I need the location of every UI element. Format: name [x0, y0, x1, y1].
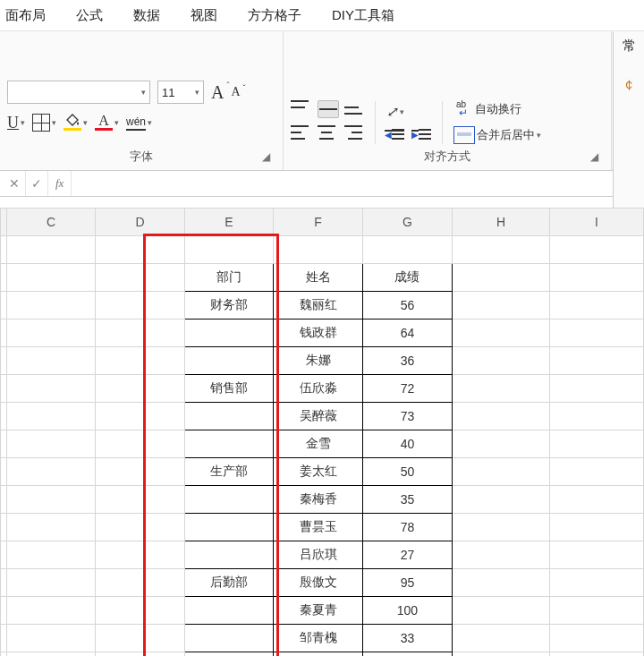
cell[interactable] — [96, 319, 184, 347]
menu-view[interactable]: 视图 — [191, 7, 217, 24]
row-stub[interactable] — [1, 458, 7, 486]
cell[interactable]: 35 — [362, 486, 452, 514]
cell[interactable]: 33 — [362, 625, 452, 652]
cell[interactable] — [549, 319, 643, 347]
cell[interactable] — [184, 403, 274, 430]
cell[interactable] — [6, 347, 95, 375]
row-stub[interactable] — [1, 264, 7, 292]
cell[interactable]: 成绩 — [362, 264, 452, 292]
borders-button[interactable]: ▾ — [32, 114, 56, 132]
cell[interactable] — [6, 625, 95, 652]
cell[interactable] — [6, 486, 95, 514]
cell[interactable] — [549, 375, 643, 403]
cell[interactable] — [184, 236, 274, 264]
wrap-text-button[interactable]: 自动换行 — [453, 101, 541, 117]
row-stub[interactable] — [1, 319, 7, 347]
column-header[interactable]: I — [549, 209, 643, 236]
align-center-icon[interactable] — [318, 125, 335, 140]
cell[interactable] — [452, 264, 549, 292]
cell[interactable] — [184, 541, 274, 569]
cell[interactable] — [549, 347, 643, 375]
cell[interactable] — [6, 514, 95, 541]
cell[interactable]: 曹昙玉 — [274, 514, 363, 541]
menu-data[interactable]: 数据 — [133, 7, 160, 24]
cell[interactable] — [96, 292, 184, 319]
cell[interactable]: 邹青槐 — [274, 625, 363, 652]
cell[interactable]: 姓名 — [274, 264, 363, 292]
cell[interactable]: 伍欣淼 — [274, 375, 363, 403]
column-header[interactable]: D — [96, 209, 184, 236]
align-middle-icon[interactable] — [318, 100, 339, 118]
row-stub[interactable] — [1, 236, 7, 264]
cell[interactable]: 殷傲文 — [274, 569, 363, 597]
cell[interactable] — [452, 347, 549, 375]
cell[interactable] — [6, 319, 95, 347]
cell[interactable] — [452, 292, 549, 319]
cell[interactable] — [549, 625, 643, 652]
cell[interactable] — [452, 569, 549, 597]
row-stub[interactable] — [1, 569, 7, 597]
cell[interactable]: 钱政群 — [274, 319, 363, 347]
cell[interactable] — [452, 486, 549, 514]
cell[interactable]: 100 — [362, 597, 452, 625]
cell[interactable] — [184, 625, 274, 652]
cell[interactable] — [184, 430, 274, 458]
cell[interactable] — [96, 569, 184, 597]
cell[interactable] — [6, 430, 95, 458]
decrease-font-icon[interactable]: Aˇ — [231, 85, 240, 99]
cell[interactable] — [549, 430, 643, 458]
align-left-icon[interactable] — [291, 125, 309, 140]
cell[interactable] — [96, 486, 184, 514]
row-stub[interactable] — [1, 292, 7, 319]
cell[interactable] — [549, 652, 643, 657]
cell[interactable] — [6, 652, 95, 657]
cell[interactable] — [96, 514, 184, 541]
cell[interactable] — [549, 403, 643, 430]
cell[interactable] — [184, 514, 274, 541]
font-size-select[interactable]: 11 ▾ — [157, 81, 204, 104]
cell[interactable]: 79 — [362, 652, 452, 657]
cell[interactable] — [6, 458, 95, 486]
cell[interactable] — [452, 375, 549, 403]
cell[interactable] — [6, 264, 95, 292]
cell[interactable] — [96, 597, 184, 625]
row-stub[interactable] — [1, 541, 7, 569]
increase-font-icon[interactable]: Aˆ — [211, 82, 224, 103]
cell[interactable]: 72 — [362, 375, 452, 403]
cell[interactable]: 64 — [362, 319, 452, 347]
column-header[interactable] — [1, 209, 7, 236]
row-stub[interactable] — [1, 375, 7, 403]
cell[interactable]: 财务部 — [184, 292, 274, 319]
cell[interactable] — [96, 347, 184, 375]
row-stub[interactable] — [1, 347, 7, 375]
cell[interactable] — [452, 458, 549, 486]
cell[interactable] — [452, 597, 549, 625]
column-header[interactable]: H — [452, 209, 549, 236]
cell[interactable]: 50 — [362, 458, 452, 486]
decrease-indent-icon[interactable]: ◀ — [386, 127, 404, 141]
menu-formula[interactable]: 公式 — [76, 7, 103, 24]
cell[interactable] — [549, 569, 643, 597]
cell[interactable] — [96, 403, 184, 430]
confirm-icon[interactable]: ✓ — [26, 171, 48, 196]
row-stub[interactable] — [1, 597, 7, 625]
cell[interactable] — [96, 458, 184, 486]
cell[interactable]: 后勤部 — [184, 569, 274, 597]
row-stub[interactable] — [1, 652, 7, 657]
cell[interactable] — [184, 597, 274, 625]
cell[interactable]: 78 — [362, 514, 452, 541]
cell[interactable] — [184, 486, 274, 514]
row-stub[interactable] — [1, 514, 7, 541]
cell[interactable]: 生产部 — [184, 458, 274, 486]
cell[interactable]: 吕欣琪 — [274, 541, 363, 569]
cell[interactable]: 部门 — [184, 264, 274, 292]
cell[interactable]: 36 — [362, 347, 452, 375]
cell[interactable] — [184, 347, 274, 375]
cell[interactable] — [6, 375, 95, 403]
merge-center-button[interactable]: 合并后居中 ▾ — [453, 126, 541, 144]
font-name-select[interactable]: ▾ — [7, 81, 150, 104]
cancel-icon[interactable]: ✕ — [4, 171, 26, 196]
cell[interactable]: 姜太红 — [274, 458, 363, 486]
increase-indent-icon[interactable]: ▶ — [413, 127, 431, 141]
cell[interactable] — [549, 458, 643, 486]
